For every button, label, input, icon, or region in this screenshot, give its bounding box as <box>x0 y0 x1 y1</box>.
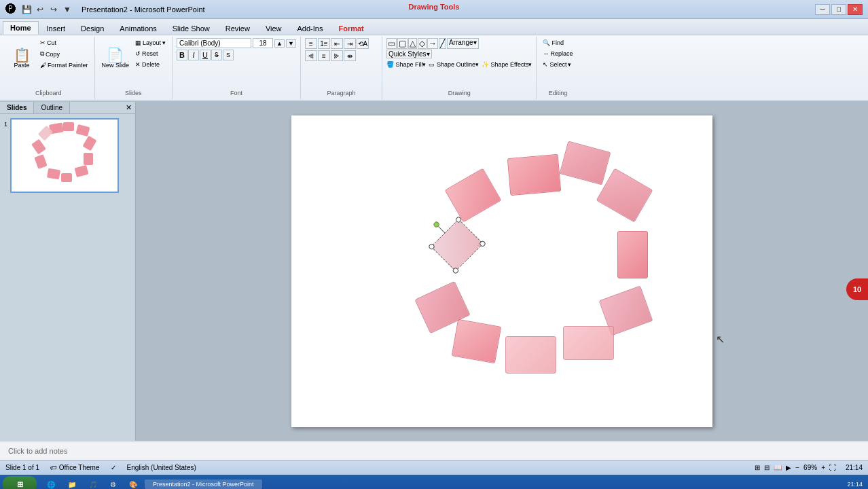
undo-button[interactable]: ↩ <box>34 3 46 16</box>
shape-top-left[interactable] <box>445 168 502 222</box>
round-rect-shape-btn[interactable]: ▢ <box>397 38 408 49</box>
align-center-button[interactable]: ≡ <box>318 50 330 61</box>
taskbar-control[interactable]: ⚙ <box>105 479 122 490</box>
decrease-indent-button[interactable]: ⇤ <box>331 38 343 49</box>
handle-bl[interactable] <box>452 267 459 274</box>
delete-button[interactable]: ✕ Delete <box>133 60 168 69</box>
zoom-out-btn[interactable]: − <box>795 464 799 471</box>
close-button[interactable]: ✕ <box>848 4 863 15</box>
shape-selected[interactable] <box>431 219 484 272</box>
tri-shape-btn[interactable]: △ <box>408 38 417 49</box>
increase-indent-button[interactable]: ⇥ <box>344 38 356 49</box>
justify-button[interactable]: ⇼ <box>344 50 356 61</box>
redo-button[interactable]: ↪ <box>48 3 60 16</box>
zoom-in-btn[interactable]: + <box>821 464 825 471</box>
copy-icon: ⧉ <box>40 50 44 58</box>
arrange-button[interactable]: Arrange▾ <box>447 38 479 49</box>
shape-right-mid[interactable] <box>617 231 648 278</box>
tab-insert[interactable]: Insert <box>39 22 73 35</box>
font-size-up[interactable]: ▲ <box>274 39 285 48</box>
slide-thumbnail[interactable] <box>10 118 119 193</box>
save-button[interactable]: 💾 <box>20 3 33 16</box>
numbering-button[interactable]: 1≡ <box>318 38 330 49</box>
tab-animations[interactable]: Animations <box>112 22 164 35</box>
taskbar-paint[interactable]: 🎨 <box>124 479 143 490</box>
font-group: ▲ ▼ B I U S̶ S Font <box>173 37 301 99</box>
font-name-input[interactable] <box>177 38 251 48</box>
office-logo[interactable]: 🅟 <box>5 3 16 16</box>
shape-top-right[interactable] <box>560 141 611 185</box>
rect-shape-btn[interactable]: ▭ <box>386 38 397 49</box>
tab-view[interactable]: View <box>258 22 289 35</box>
taskbar-ppt[interactable]: Presentation2 - Microsoft PowerPoint <box>145 479 262 489</box>
handle-br[interactable] <box>479 240 486 247</box>
sidebar-close-button[interactable]: ✕ <box>122 102 135 113</box>
shape-top-center[interactable] <box>507 154 562 196</box>
tab-slideshow[interactable]: Slide Show <box>165 22 217 35</box>
font-size-input[interactable] <box>253 38 273 48</box>
arrow-shape-btn[interactable]: → <box>427 38 438 49</box>
copy-button[interactable]: ⧉ Copy <box>38 49 90 59</box>
view-slide-sorter-btn[interactable]: ⊟ <box>764 464 770 471</box>
taskbar-folder[interactable]: 📁 <box>62 479 82 490</box>
view-normal-btn[interactable]: ⊞ <box>755 464 760 471</box>
paste-button[interactable]: 📋 Paste <box>7 38 37 79</box>
minimize-button[interactable]: ─ <box>815 4 830 15</box>
qa-dropdown[interactable]: ▼ <box>61 3 73 16</box>
select-icon: ↖ <box>543 61 548 68</box>
view-reading-btn[interactable]: 📖 <box>774 464 782 471</box>
shape-fill-button[interactable]: 🪣 Shape Fill▾ <box>386 61 427 68</box>
slides-tab[interactable]: Slides <box>0 102 34 113</box>
align-left-button[interactable]: ⫷ <box>305 50 317 61</box>
shape-effects-button[interactable]: ✨ Shape Effects▾ <box>482 61 532 68</box>
tab-home[interactable]: Home <box>3 21 39 35</box>
strikethrough-button[interactable]: S̶ <box>211 50 222 60</box>
tab-review[interactable]: Review <box>218 22 257 35</box>
paragraph-group-label: Paragraph <box>301 90 382 96</box>
select-button[interactable]: ↖ Select▾ <box>541 60 573 69</box>
find-button[interactable]: 🔍 Find <box>541 38 566 48</box>
reset-button[interactable]: ↺ Reset <box>133 49 168 58</box>
reset-label: Reset <box>142 50 158 57</box>
shape-outline-button[interactable]: ▭ Shape Outline▾ <box>429 61 479 68</box>
new-slide-button[interactable]: 📄 New Slide <box>99 38 132 79</box>
zoom-fit-btn[interactable]: ⛶ <box>829 464 836 471</box>
font-group-label: Font <box>173 90 300 96</box>
bold-button[interactable]: B <box>177 50 187 60</box>
spell-check-icon[interactable]: ✓ <box>111 464 116 471</box>
italic-button[interactable]: I <box>188 50 199 60</box>
slides-group-label: Slides <box>95 90 173 96</box>
notes-bar[interactable]: Click to add notes <box>0 441 868 460</box>
shape-bottom-center[interactable] <box>505 336 556 374</box>
shape-bottom-right[interactable] <box>563 326 614 360</box>
shadow-button[interactable]: S <box>223 50 234 60</box>
bullets-button[interactable]: ≡ <box>305 38 317 49</box>
taskbar-ie[interactable]: 🌐 <box>41 479 60 490</box>
slide-thumb-wrapper: 1 <box>4 118 131 193</box>
slide-canvas[interactable]: ↖ <box>291 115 712 427</box>
align-right-button[interactable]: ⫸ <box>331 50 343 61</box>
format-painter-button[interactable]: 🖌 Format Painter <box>38 60 90 70</box>
svg-rect-1 <box>63 122 74 131</box>
cut-button[interactable]: ✂ Cut <box>38 38 90 48</box>
layout-button[interactable]: ▦ Layout ▾ <box>133 38 168 48</box>
taskbar-media[interactable]: 🎵 <box>84 479 103 490</box>
diamond-shape-btn[interactable]: ◇ <box>418 38 427 49</box>
outline-tab[interactable]: Outline <box>34 102 70 113</box>
quick-styles-button[interactable]: Quick Styles▾ <box>386 50 432 58</box>
tab-format[interactable]: Format <box>331 22 371 35</box>
replace-button[interactable]: ↔ Replace <box>541 49 575 58</box>
underline-button[interactable]: U <box>200 50 211 60</box>
start-button[interactable]: ⊞ <box>3 476 37 489</box>
tab-design[interactable]: Design <box>73 22 111 35</box>
text-direction-button[interactable]: ⟲A <box>357 38 369 49</box>
maximize-button[interactable]: □ <box>831 4 846 15</box>
view-slideshow-btn[interactable]: ▶ <box>786 464 791 471</box>
tab-addins[interactable]: Add-Ins <box>290 22 331 35</box>
shape-right-top[interactable] <box>596 168 653 222</box>
line-shape-btn[interactable]: ╱ <box>439 38 446 49</box>
handle-tl[interactable] <box>428 242 435 250</box>
shape-bottom-left[interactable] <box>452 319 502 363</box>
font-size-down[interactable]: ▼ <box>286 39 296 48</box>
drawing-content: ▭ ▢ △ ◇ → ╱ Arrange▾ Quick Styles▾ 🪣 Sha… <box>386 38 532 98</box>
